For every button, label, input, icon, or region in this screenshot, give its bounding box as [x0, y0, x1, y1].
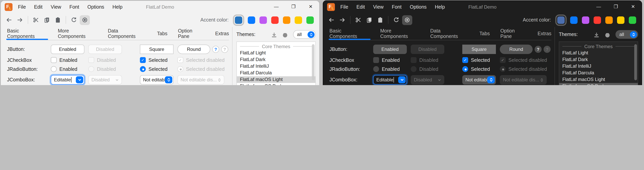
- paste-icon[interactable]: [53, 15, 63, 25]
- tab-option-pane[interactable]: Option Pane: [500, 27, 527, 40]
- menu-file[interactable]: File: [18, 4, 26, 10]
- cut-icon[interactable]: [31, 15, 41, 25]
- tab-basic-components[interactable]: Basic Components: [330, 27, 370, 40]
- menu-help[interactable]: Help: [435, 4, 445, 10]
- tab-more-components[interactable]: More Components: [380, 27, 420, 40]
- combobox-arrow-button[interactable]: [76, 76, 83, 83]
- back-icon[interactable]: [4, 15, 14, 25]
- theme-item[interactable]: FlatLaf Light: [237, 50, 315, 56]
- combobox-editable[interactable]: Editable: [51, 75, 84, 85]
- help-button[interactable]: ?: [534, 46, 542, 53]
- github-icon[interactable]: [282, 32, 288, 38]
- accent-swatch-default[interactable]: [557, 16, 565, 24]
- radio-enabled[interactable]: Enabled: [373, 66, 411, 72]
- maximize-button[interactable]: ❐: [607, 1, 624, 13]
- combobox-not-editable[interactable]: Not editable: [462, 75, 496, 85]
- close-window-button[interactable]: ✕: [624, 1, 642, 13]
- scrollbar-thumb[interactable]: [312, 44, 314, 80]
- accent-swatch-red[interactable]: [271, 16, 278, 24]
- copy-icon[interactable]: [364, 15, 374, 25]
- round-button[interactable]: Round: [500, 45, 533, 54]
- refresh-icon[interactable]: [69, 15, 79, 25]
- menu-file[interactable]: File: [340, 4, 348, 10]
- combobox-updown-button[interactable]: [165, 76, 172, 83]
- theme-item[interactable]: FlatLaf macOS Light: [237, 76, 315, 83]
- themes-filter-combobox[interactable]: all: [293, 30, 316, 39]
- accent-swatch-yellow[interactable]: [617, 16, 624, 24]
- menu-options[interactable]: Options: [87, 4, 104, 10]
- github-icon[interactable]: [604, 32, 610, 38]
- menu-view[interactable]: View: [50, 4, 61, 10]
- tab-tabs[interactable]: Tabs: [480, 27, 490, 40]
- accent-swatch-default[interactable]: [235, 16, 242, 24]
- theme-item[interactable]: FlatLaf Dark: [237, 56, 315, 63]
- scrollbar-thumb[interactable]: [634, 44, 637, 80]
- maximize-button[interactable]: ❐: [285, 1, 302, 13]
- enabled-button[interactable]: Enabled: [51, 45, 84, 54]
- combobox-updown-button[interactable]: [487, 76, 495, 83]
- radio-selected-icon[interactable]: [140, 66, 146, 72]
- checkbox-icon[interactable]: [51, 57, 57, 63]
- radio-selected-icon[interactable]: [462, 66, 468, 72]
- back-icon[interactable]: [326, 15, 336, 25]
- theme-item[interactable]: FlatLaf Dark: [559, 56, 638, 63]
- menu-edit[interactable]: Edit: [34, 4, 42, 10]
- theme-item[interactable]: FlatLaf IntelliJ: [559, 63, 638, 70]
- help-button[interactable]: ?: [212, 46, 219, 53]
- checkbox-enabled[interactable]: Enabled: [51, 57, 88, 63]
- accent-swatch-blue[interactable]: [248, 16, 255, 24]
- radio-icon[interactable]: [51, 66, 57, 72]
- theme-item[interactable]: FlatLaf macOS Light: [559, 76, 638, 83]
- tab-data-components[interactable]: Data Components: [108, 27, 146, 40]
- refresh-icon[interactable]: [391, 15, 401, 25]
- accent-swatch-green[interactable]: [629, 16, 636, 24]
- accent-swatch-yellow[interactable]: [295, 16, 302, 24]
- theme-item[interactable]: FlatLaf IntelliJ: [237, 63, 315, 70]
- theme-item[interactable]: FlatLaf macOS Dark: [237, 83, 315, 85]
- combobox-not-editable[interactable]: Not editable: [140, 75, 174, 85]
- tab-extras[interactable]: Extras: [538, 27, 552, 40]
- checkbox-selected[interactable]: ✓Selected: [140, 57, 178, 63]
- filter-updown-button[interactable]: [308, 31, 314, 38]
- enabled-button[interactable]: Enabled: [373, 45, 407, 54]
- theme-item[interactable]: FlatLaf Darcula: [237, 70, 315, 76]
- checkbox-checked-icon[interactable]: ✓: [140, 57, 146, 63]
- filter-updown-button[interactable]: [630, 31, 637, 38]
- theme-item[interactable]: FlatLaf Light: [559, 50, 638, 56]
- radio-selected[interactable]: Selected: [462, 66, 500, 72]
- themes-filter-combobox[interactable]: all: [616, 30, 638, 39]
- minimize-button[interactable]: —: [268, 1, 285, 13]
- radio-enabled[interactable]: Enabled: [51, 66, 88, 72]
- menu-edit[interactable]: Edit: [356, 4, 365, 10]
- theme-item[interactable]: FlatLaf Darcula: [559, 70, 638, 76]
- forward-icon[interactable]: [337, 15, 348, 25]
- tab-more-components[interactable]: More Components: [58, 27, 97, 40]
- download-icon[interactable]: [271, 32, 277, 38]
- cut-icon[interactable]: [353, 15, 364, 25]
- paste-icon[interactable]: [375, 15, 385, 25]
- radio-icon[interactable]: [373, 66, 379, 72]
- theme-item[interactable]: FlatLaf macOS Dark: [559, 83, 638, 85]
- accent-swatch-purple[interactable]: [260, 16, 267, 24]
- accent-swatch-purple[interactable]: [582, 16, 589, 24]
- copy-icon[interactable]: [42, 15, 52, 25]
- menu-font[interactable]: Font: [392, 4, 402, 10]
- menu-help[interactable]: Help: [112, 4, 122, 10]
- square-button[interactable]: Square: [462, 45, 496, 54]
- accent-swatch-blue[interactable]: [570, 16, 578, 24]
- checkbox-icon[interactable]: [373, 57, 379, 63]
- tab-tabs[interactable]: Tabs: [157, 27, 168, 40]
- checkbox-checked-icon[interactable]: ✓: [462, 57, 468, 63]
- show-hint-toggle-icon[interactable]: [402, 15, 412, 25]
- accent-swatch-red[interactable]: [594, 16, 601, 24]
- tab-option-pane[interactable]: Option Pane: [178, 27, 204, 40]
- forward-icon[interactable]: [15, 15, 25, 25]
- menu-font[interactable]: Font: [69, 4, 79, 10]
- tab-data-components[interactable]: Data Components: [430, 27, 469, 40]
- download-icon[interactable]: [594, 32, 600, 38]
- combobox-editable[interactable]: Editable: [373, 75, 407, 85]
- close-window-button[interactable]: ✕: [302, 1, 319, 13]
- menu-options[interactable]: Options: [410, 4, 426, 10]
- show-hint-toggle-icon[interactable]: [80, 15, 90, 25]
- checkbox-selected[interactable]: ✓Selected: [462, 57, 500, 63]
